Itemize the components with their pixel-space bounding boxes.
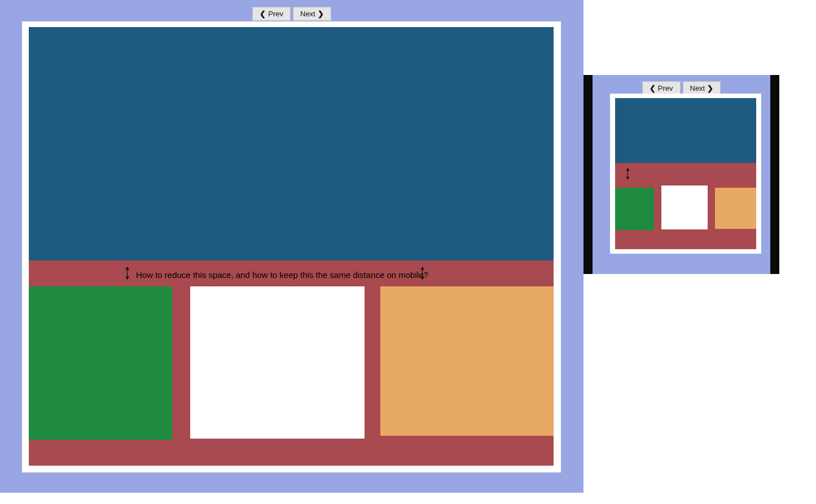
mobile-preview-frame: ❮ Prev Next ❯ ↕ [593, 75, 770, 274]
chevron-right-icon: ❯ [707, 84, 713, 92]
content-box-1 [615, 188, 654, 230]
vertical-arrows-icon: ↕ [625, 162, 631, 183]
spacing-annotation: ↕ How to reduce this space, and how to k… [29, 263, 554, 286]
hero-section [29, 27, 554, 260]
chevron-left-icon: ❮ [260, 10, 266, 18]
desktop-preview-frame: ❮ Prev Next ❯ ↕ How to reduce this space… [0, 0, 584, 493]
next-button-label: Next [300, 10, 315, 18]
prev-button-label: Prev [268, 10, 283, 18]
page-body: ↕ How to reduce this space, and how to k… [29, 27, 554, 466]
vertical-arrows-icon: ↕ [124, 260, 131, 282]
nav-bar: ❮ Prev Next ❯ [593, 75, 770, 95]
hero-section [615, 98, 756, 163]
chevron-left-icon: ❮ [650, 84, 656, 92]
chevron-right-icon: ❯ [318, 10, 324, 18]
content-box-2 [190, 286, 365, 439]
next-button[interactable]: Next ❯ [293, 7, 331, 21]
content-box-3 [715, 188, 756, 229]
content-box-2 [661, 185, 708, 229]
annotation-text: How to reduce this space, and how to kee… [136, 270, 428, 280]
page-body: ↕ [615, 98, 756, 249]
vertical-arrows-icon: ↕ [419, 260, 426, 282]
nav-bar: ❮ Prev Next ❯ [0, 0, 584, 21]
prev-button[interactable]: ❮ Prev [252, 7, 291, 21]
content-box-3 [380, 286, 554, 436]
content-box-1 [29, 286, 172, 440]
next-button-label: Next [690, 84, 705, 92]
page-white-border: ↕ [610, 94, 761, 254]
prev-button-label: Prev [658, 84, 673, 92]
mobile-preview-wrapper: ❮ Prev Next ❯ ↕ [584, 75, 779, 274]
page-white-border: ↕ How to reduce this space, and how to k… [22, 21, 561, 472]
